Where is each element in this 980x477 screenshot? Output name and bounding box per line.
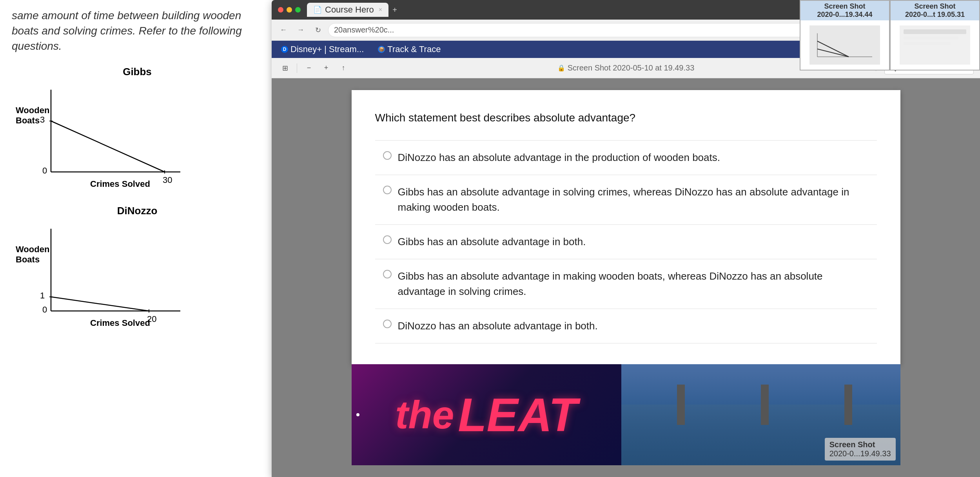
new-tab-button[interactable]: + <box>388 4 401 16</box>
svg-rect-30 <box>904 42 951 45</box>
question-text: Which statement best describes absolute … <box>375 110 877 126</box>
tab-label: Course Hero <box>325 5 374 15</box>
screenshot-thumb-1-body <box>800 20 889 70</box>
radio-d[interactable] <box>383 270 392 278</box>
back-button[interactable]: ← <box>276 23 290 37</box>
answer-text-d: Gibbs has an absolute advantage in makin… <box>398 269 869 299</box>
screenshot-thumb-1-label: Screen Shot 2020-0...19.34.44 <box>800 1 889 20</box>
media-card-water: Screen Shot 2020-0...19.49.33 <box>621 364 900 465</box>
desktop-thumbnails[interactable]: Screen Shot 2020-0...19.34.44 Screen Sho… <box>800 0 980 78</box>
svg-text:0: 0 <box>42 305 47 314</box>
answer-option-c[interactable]: Gibbs has an absolute advantage in both. <box>375 224 877 259</box>
answer-option-b[interactable]: Gibbs has an absolute advantage in solvi… <box>375 175 877 224</box>
pdf-content: Which statement best describes absolute … <box>272 78 980 477</box>
disney-plus-icon: D <box>281 46 288 53</box>
tab-favicon: 📄 <box>313 5 322 14</box>
pdf-share-btn[interactable]: ↑ <box>336 61 350 75</box>
svg-rect-22 <box>809 25 880 65</box>
svg-text:Boats: Boats <box>16 255 40 264</box>
media-leat-text: the <box>395 392 454 437</box>
answer-text-c: Gibbs has an absolute advantage in both. <box>398 234 586 249</box>
svg-text:Wooden: Wooden <box>16 244 49 254</box>
gibbs-chart-section: Gibbs Wooden Boats 3 30 Crimes Solved 0 <box>12 66 263 189</box>
pdf-zoom-out-btn[interactable]: − <box>302 61 316 75</box>
svg-rect-28 <box>904 29 966 34</box>
svg-line-19 <box>51 297 149 311</box>
tab-course-hero[interactable]: 📄 Course Hero × <box>307 3 388 17</box>
svg-text:0: 0 <box>42 166 47 175</box>
maximize-button[interactable] <box>295 7 301 13</box>
address-text: 20answer%20c... <box>334 25 878 34</box>
svg-rect-29 <box>904 36 958 40</box>
dinozzo-chart-svg: Wooden Boats 1 20 Crimes Solved 0 <box>12 221 184 327</box>
bridge-pillar-1 <box>677 385 685 425</box>
radio-b[interactable] <box>383 186 392 194</box>
dinozzo-chart-section: DiNozzo Wooden Boats 1 20 Crimes Solved … <box>12 205 263 328</box>
bookmark-track-trace[interactable]: 📦 Track & Trace <box>375 43 444 56</box>
svg-text:3: 3 <box>40 115 45 125</box>
screenshot-thumb-2[interactable]: Screen Shot 2020-0...t 19.05.31 <box>890 0 980 70</box>
answer-text-b: Gibbs has an absolute advantage in solvi… <box>398 184 869 215</box>
media-leat-text-2: LEAT <box>458 388 577 442</box>
svg-text:30: 30 <box>163 175 172 185</box>
bridge-pillar-2 <box>761 385 769 425</box>
left-panel: same amount of time between building woo… <box>0 0 274 477</box>
dinozzo-chart-title: DiNozzo <box>12 205 263 217</box>
svg-text:1: 1 <box>40 291 45 300</box>
answer-option-a[interactable]: DiNozzo has an absolute advantage in the… <box>375 140 877 175</box>
intro-text: same amount of time between building woo… <box>12 8 263 54</box>
gibbs-chart-title: Gibbs <box>12 66 263 78</box>
screenshot-thumb-2-label: Screen Shot 2020-0...t 19.05.31 <box>891 1 979 20</box>
gibbs-chart-svg: Wooden Boats 3 30 Crimes Solved 0 <box>12 82 184 188</box>
answer-text-a: DiNozzo has an absolute advantage in the… <box>398 150 720 165</box>
bookmark-track-trace-label: Track & Trace <box>387 44 441 54</box>
window-controls <box>278 7 301 13</box>
svg-text:Crimes Solved: Crimes Solved <box>90 318 150 328</box>
bottom-media: the LEAT Screen Shot 2020-0...19.49.33 <box>352 364 900 465</box>
close-button[interactable] <box>278 7 283 13</box>
pdf-layout-btn[interactable]: ⊞ <box>278 61 292 75</box>
screenshot-label-water: Screen Shot 2020-0...19.49.33 <box>825 438 896 461</box>
refresh-button[interactable]: ↻ <box>311 23 325 37</box>
pdf-filename: 🔒 Screen Shot 2020-05-10 at 19.49.33 <box>557 63 695 72</box>
svg-line-8 <box>51 121 165 172</box>
forward-button[interactable]: → <box>294 23 308 37</box>
answer-option-d[interactable]: Gibbs has an absolute advantage in makin… <box>375 259 877 309</box>
pdf-page: Which statement best describes absolute … <box>352 90 900 364</box>
bookmark-disney-plus[interactable]: D Disney+ | Stream... <box>278 43 367 56</box>
screenshot-label-line2: 2020-0...19.49.33 <box>829 449 891 458</box>
media-dot <box>356 413 359 416</box>
svg-text:Wooden: Wooden <box>16 105 49 115</box>
pdf-zoom-in-btn[interactable]: + <box>319 61 333 75</box>
answer-options: DiNozzo has an absolute advantage in the… <box>375 140 877 343</box>
svg-text:Crimes Solved: Crimes Solved <box>90 179 150 189</box>
bookmark-disney-label: Disney+ | Stream... <box>290 44 364 54</box>
media-card-purple: the LEAT <box>352 364 621 465</box>
answer-text-e: DiNozzo has an absolute advantage in bot… <box>398 318 598 334</box>
radio-e[interactable] <box>383 320 392 328</box>
track-trace-icon: 📦 <box>378 46 385 53</box>
svg-text:Boats: Boats <box>16 116 40 125</box>
pdf-viewer: ⊞ − + ↑ 🔒 Screen Shot 2020-05-10 at 19.4… <box>272 58 980 477</box>
bridge-pillar-3 <box>844 385 852 425</box>
radio-a[interactable] <box>383 151 392 160</box>
screenshot-thumb-2-body <box>891 20 979 70</box>
screenshot-thumb-1[interactable]: Screen Shot 2020-0...19.34.44 <box>800 0 890 70</box>
radio-c[interactable] <box>383 235 392 244</box>
screenshot-label-line1: Screen Shot <box>829 440 891 449</box>
minimize-button[interactable] <box>287 7 292 13</box>
tab-close-icon[interactable]: × <box>379 6 382 13</box>
answer-option-e[interactable]: DiNozzo has an absolute advantage in bot… <box>375 309 877 343</box>
